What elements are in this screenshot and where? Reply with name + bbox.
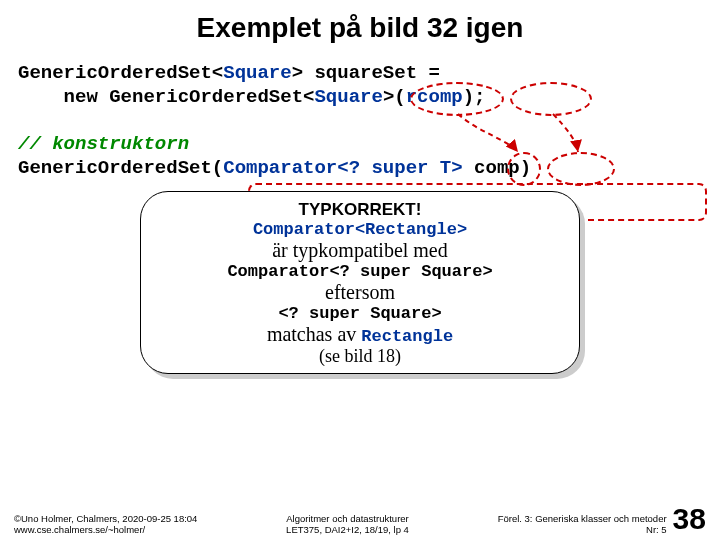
code-line-2: new GenericOrderedSet<Square>(rcomp); — [18, 86, 720, 110]
code-line-blank — [18, 110, 720, 134]
explain-type2: Comparator<? super Square> — [157, 262, 563, 281]
code-line-comment: // konstruktorn — [18, 133, 720, 157]
explain-type1: Comparator<Rectangle> — [157, 220, 563, 239]
code-line-1: GenericOrderedSet<Square> squareSet = — [18, 62, 720, 86]
explain-text2: eftersom — [157, 281, 563, 304]
explain-ref: (se bild 18) — [157, 346, 563, 367]
page-number: 38 — [673, 502, 706, 537]
footer: ©Uno Holmer, Chalmers, 2020-09-25 18:04 … — [0, 502, 720, 537]
explanation-box: TYPKORREKT! Comparator<Rectangle> är typ… — [140, 191, 580, 374]
code-line-4: GenericOrderedSet(Comparator<? super T> … — [18, 157, 720, 181]
footer-center: Algoritmer och datastrukturer LET375, DA… — [286, 514, 409, 536]
slide-title: Exemplet på bild 32 igen — [0, 12, 720, 44]
footer-left: ©Uno Holmer, Chalmers, 2020-09-25 18:04 … — [14, 514, 197, 536]
code-block: GenericOrderedSet<Square> squareSet = ne… — [18, 62, 720, 181]
explain-text3: matchas av Rectangle — [157, 323, 563, 346]
explain-text1: är typkompatibel med — [157, 239, 563, 262]
explain-type3: <? super Square> — [157, 304, 563, 323]
explain-headline: TYPKORREKT! — [157, 200, 563, 220]
footer-right: Förel. 3: Generiska klasser och metoder … — [498, 502, 706, 537]
